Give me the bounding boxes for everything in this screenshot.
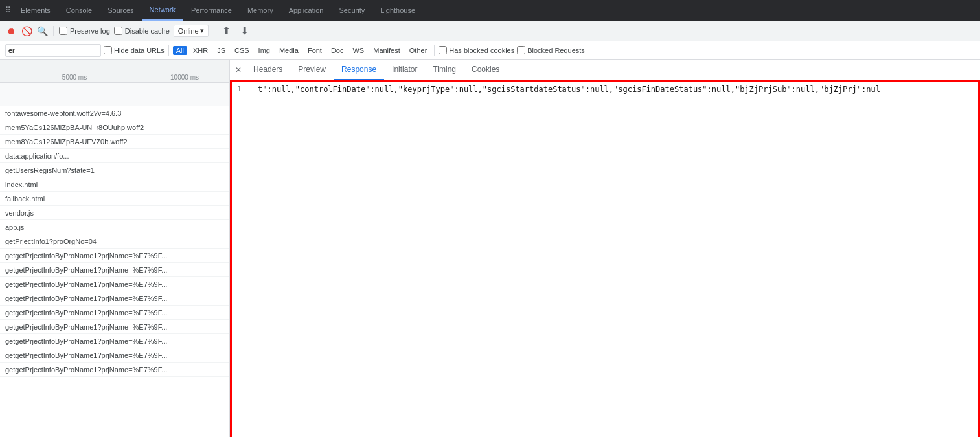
filter-other-button[interactable]: Other: [406, 46, 431, 55]
timeline-header: 5000 ms 10000 ms 15000 ms 20000 ms 25000…: [0, 60, 230, 83]
request-item-name: getPrjectInfo1?proOrgNo=04: [5, 238, 97, 245]
tab-response[interactable]: Response: [334, 60, 384, 80]
left-panel: 5000 ms 10000 ms 15000 ms 20000 ms 25000…: [0, 60, 230, 437]
request-list-item[interactable]: index.html: [0, 177, 229, 192]
request-item-name: fallback.html: [5, 195, 45, 203]
request-list-item[interactable]: getUsersRegisNum?state=1: [0, 163, 229, 177]
request-item-name: mem5YaGs126MiZpBA-UN_r8OUuhp.woff2: [5, 124, 144, 131]
request-item-name: getgetPrjectInfoByProName1?prjName=%E7%9…: [5, 337, 167, 345]
filter-ws-button[interactable]: WS: [349, 46, 367, 55]
filter-media-button[interactable]: Media: [276, 46, 302, 55]
filter-xhr-button[interactable]: XHR: [190, 46, 211, 55]
drag-icon: ⠿: [3, 5, 13, 16]
request-list-item[interactable]: getgetPrjectInfoByProName1?prjName=%E7%9…: [0, 363, 229, 377]
record-button[interactable]: ⏺: [5, 25, 17, 37]
disable-cache-checkbox[interactable]: Disable cache: [114, 27, 170, 35]
tab-elements[interactable]: Elements: [13, 0, 58, 21]
tick-10000: 10000 ms: [170, 74, 199, 82]
request-item-name: getgetPrjectInfoByProName1?prjName=%E7%9…: [5, 352, 167, 359]
request-item-name: getgetPrjectInfoByProName1?prjName=%E7%9…: [5, 366, 167, 374]
filter-manifest-button[interactable]: Manifest: [370, 46, 404, 55]
tick-5000: 5000 ms: [62, 74, 87, 82]
hide-data-urls-checkbox[interactable]: Hide data URLs: [104, 46, 165, 54]
request-list-item[interactable]: getgetPrjectInfoByProName1?prjName=%E7%9…: [0, 291, 229, 306]
tab-memory[interactable]: Memory: [240, 0, 281, 21]
divider-1: [53, 26, 54, 36]
request-list-item[interactable]: data:application/fo...: [0, 149, 229, 163]
request-list-item[interactable]: getgetPrjectInfoByProName1?prjName=%E7%9…: [0, 320, 229, 334]
import-har-button[interactable]: ⬆: [220, 24, 234, 38]
request-item-name: getgetPrjectInfoByProName1?prjName=%E7%9…: [5, 252, 167, 260]
tab-cookies[interactable]: Cookies: [464, 60, 507, 80]
request-list-item[interactable]: mem8YaGs126MiZpBA-UFVZ0b.woff2: [0, 135, 229, 149]
request-item-name: getgetPrjectInfoByProName1?prjName=%E7%9…: [5, 266, 167, 274]
timeline-waterfall: [0, 83, 230, 106]
request-list-item[interactable]: getgetPrjectInfoByProName1?prjName=%E7%9…: [0, 306, 229, 320]
response-content-area: 1 t":null,"controlFinDate":null,"keyprjT…: [230, 80, 980, 437]
line-number-1: 1: [237, 85, 253, 93]
devtools-tab-bar: ⠿ Elements Console Sources Network Perfo…: [0, 0, 980, 21]
tab-lighthouse[interactable]: Lighthouse: [372, 0, 423, 21]
network-toolbar: ⏺ 🚫 🔍 Preserve log Disable cache Online …: [0, 21, 980, 41]
clear-button[interactable]: 🚫: [21, 25, 32, 37]
filter-bar: Hide data URLs All XHR JS CSS Img Media …: [0, 41, 980, 60]
request-list-item[interactable]: getgetPrjectInfoByProName1?prjName=%E7%9…: [0, 348, 229, 363]
tab-application[interactable]: Application: [281, 0, 332, 21]
request-list-item[interactable]: getgetPrjectInfoByProName1?prjName=%E7%9…: [0, 334, 229, 348]
filter-divider-2: [434, 45, 435, 56]
tab-network[interactable]: Network: [142, 0, 183, 21]
request-item-name: getgetPrjectInfoByProName1?prjName=%E7%9…: [5, 309, 167, 317]
tab-headers[interactable]: Headers: [245, 60, 290, 80]
request-item-name: getgetPrjectInfoByProName1?prjName=%E7%9…: [5, 323, 167, 331]
request-list[interactable]: fontawesome-webfont.woff2?v=4.6.3mem5YaG…: [0, 106, 229, 437]
tab-security[interactable]: Security: [331, 0, 372, 21]
export-har-button[interactable]: ⬇: [238, 24, 252, 38]
request-list-item[interactable]: fontawesome-webfont.woff2?v=4.6.3: [0, 106, 229, 120]
request-list-item[interactable]: getgetPrjectInfoByProName1?prjName=%E7%9…: [0, 277, 229, 291]
tab-performance[interactable]: Performance: [183, 0, 240, 21]
blocked-requests-checkbox[interactable]: Blocked Requests: [517, 46, 585, 54]
preserve-log-checkbox[interactable]: Preserve log: [59, 27, 110, 35]
filter-input[interactable]: [5, 44, 101, 57]
filter-doc-button[interactable]: Doc: [328, 46, 347, 55]
tab-sources[interactable]: Sources: [100, 0, 141, 21]
request-list-item[interactable]: mem5YaGs126MiZpBA-UN_r8OUuhp.woff2: [0, 120, 229, 135]
filter-js-button[interactable]: JS: [214, 46, 229, 55]
request-item-name: getgetPrjectInfoByProName1?prjName=%E7%9…: [5, 295, 167, 302]
request-item-name: getgetPrjectInfoByProName1?prjName=%E7%9…: [5, 280, 167, 288]
right-panel: ✕ Headers Preview Response Initiator Tim…: [230, 60, 980, 437]
chevron-down-icon: ▾: [200, 27, 204, 35]
divider-2: [214, 26, 214, 36]
request-list-item[interactable]: getgetPrjectInfoByProName1?prjName=%E7%9…: [0, 249, 229, 263]
detail-tabs: ✕ Headers Preview Response Initiator Tim…: [230, 60, 980, 80]
filter-css-button[interactable]: CSS: [231, 46, 253, 55]
request-list-item[interactable]: app.js: [0, 220, 229, 234]
response-line-content: t":null,"controlFinDate":null,"keyprjTyp…: [258, 85, 973, 94]
filter-divider: [168, 45, 169, 56]
request-item-name: app.js: [5, 223, 24, 231]
request-item-name: vendor.js: [5, 209, 34, 217]
filter-all-button[interactable]: All: [173, 46, 187, 55]
has-blocked-cookies-checkbox[interactable]: Has blocked cookies: [439, 46, 514, 54]
request-item-name: fontawesome-webfont.woff2?v=4.6.3: [5, 109, 121, 117]
request-list-item[interactable]: fallback.html: [0, 192, 229, 206]
tab-initiator[interactable]: Initiator: [384, 60, 425, 80]
tab-console[interactable]: Console: [58, 0, 100, 21]
filter-img-button[interactable]: Img: [255, 46, 273, 55]
request-item-name: index.html: [5, 181, 38, 188]
request-list-item[interactable]: getPrjectInfo1?proOrgNo=04: [0, 234, 229, 249]
request-item-name: mem8YaGs126MiZpBA-UFVZ0b.woff2: [5, 138, 128, 146]
search-button[interactable]: 🔍: [36, 25, 48, 37]
tab-preview[interactable]: Preview: [290, 60, 334, 80]
close-detail-button[interactable]: ✕: [235, 65, 242, 74]
request-item-name: getUsersRegisNum?state=1: [5, 166, 95, 174]
filter-font-button[interactable]: Font: [304, 46, 325, 55]
main-layout: 5000 ms 10000 ms 15000 ms 20000 ms 25000…: [0, 60, 980, 437]
tab-timing[interactable]: Timing: [425, 60, 464, 80]
request-list-item[interactable]: getgetPrjectInfoByProName1?prjName=%E7%9…: [0, 263, 229, 277]
response-line-1: 1 t":null,"controlFinDate":null,"keyprjT…: [237, 85, 973, 96]
request-item-name: data:application/fo...: [5, 152, 69, 160]
throttle-select[interactable]: Online ▾: [174, 25, 209, 37]
request-list-item[interactable]: vendor.js: [0, 206, 229, 220]
